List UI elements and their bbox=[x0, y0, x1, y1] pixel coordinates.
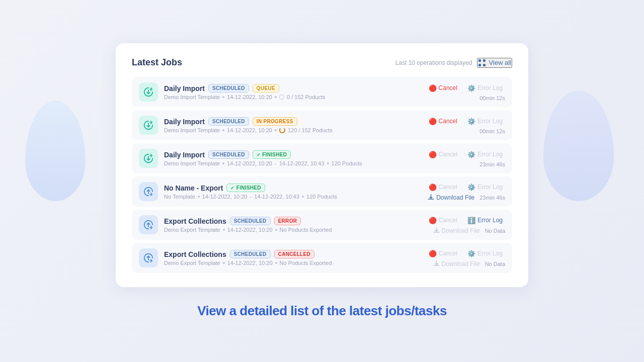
job-template: Demo Export Template bbox=[164, 227, 220, 233]
error-log-button-disabled: ⚙️ Error Log bbox=[465, 83, 505, 93]
job-name: Daily Import bbox=[164, 151, 205, 159]
job-time: 23min 46s bbox=[479, 195, 505, 201]
separator-dot bbox=[198, 196, 200, 198]
job-icon bbox=[139, 116, 158, 135]
job-progress-text: 120 / 152 Poducts bbox=[288, 127, 333, 133]
job-left: Daily Import SCHEDULED QUEUE Demo Import… bbox=[139, 82, 420, 102]
separator-dot bbox=[222, 96, 224, 98]
separator-dot2 bbox=[327, 162, 329, 164]
badge-scheduled: SCHEDULED bbox=[208, 84, 249, 93]
download-label-disabled: Download File bbox=[442, 227, 480, 234]
job-info: Export Collections SCHEDULED CANCELLED D… bbox=[164, 250, 332, 266]
download-label-disabled: Download File bbox=[442, 260, 480, 267]
job-row: Export Collections SCHEDULED CANCELLED D… bbox=[132, 243, 512, 273]
job-meta: No Template 14-12-2022, 10:20 - 14-12-20… bbox=[164, 194, 337, 200]
separator-dot2 bbox=[275, 229, 277, 231]
job-date: 14-12-2022, 10:20 bbox=[227, 227, 273, 233]
cancel-icon: 🔴 bbox=[429, 250, 437, 257]
error-log-label: Error Log bbox=[477, 217, 503, 224]
cancel-icon: 🔴 bbox=[429, 84, 437, 92]
bottom-text: View a detailed list of the latest jobs/… bbox=[197, 303, 447, 319]
badge-inprogress: IN PROGRESS bbox=[253, 117, 297, 126]
job-row: Daily Import SCHEDULED ✓ FINISHED Demo I… bbox=[132, 143, 512, 173]
cancel-button: 🔴 Cancel bbox=[426, 216, 460, 225]
job-time: 23min 46s bbox=[479, 161, 505, 167]
job-template: No Template bbox=[164, 194, 195, 200]
job-date: 14-12-2022, 10:20 bbox=[227, 94, 272, 100]
last-ops-label: Last 10 operations displayed bbox=[395, 59, 472, 66]
job-right: 🔴 Cancel ⚙️ Error Log 00min 12s bbox=[420, 83, 505, 101]
job-date: 14-12-2022, 10:20 bbox=[227, 160, 272, 166]
download-icon bbox=[428, 194, 434, 201]
cancel-icon: 🔴 bbox=[429, 151, 437, 158]
error-log-label: Error Log bbox=[477, 151, 503, 158]
job-secondary-actions: 00min 12s bbox=[479, 128, 505, 134]
job-row: Daily Import SCHEDULED IN PROGRESS Demo … bbox=[132, 110, 512, 140]
job-progress-text: No Poducts Exported bbox=[280, 260, 332, 266]
view-all-button[interactable]: View all bbox=[477, 58, 512, 68]
error-log-icon-disabled: ⚙️ bbox=[467, 250, 475, 257]
separator-dot2 bbox=[275, 262, 277, 264]
download-button-disabled: Download File bbox=[433, 260, 480, 267]
cancel-button: 🔴 Cancel bbox=[426, 249, 460, 258]
error-log-icon: ℹ️ bbox=[467, 217, 475, 224]
job-left: Daily Import SCHEDULED ✓ FINISHED Demo I… bbox=[139, 149, 420, 168]
job-template: Demo Export Template bbox=[164, 260, 220, 266]
error-log-icon-disabled: ⚙️ bbox=[467, 151, 475, 158]
job-left: Export Collections SCHEDULED ERROR Demo … bbox=[139, 215, 420, 234]
badge-scheduled: SCHEDULED bbox=[230, 250, 271, 258]
separator-dot bbox=[223, 229, 225, 231]
job-right: 🔴 Cancel ⚙️ Error Log Download File 23mi… bbox=[420, 183, 505, 201]
cancel-label: Cancel bbox=[439, 217, 457, 224]
error-log-button-disabled: ⚙️ Error Log bbox=[465, 183, 505, 192]
job-left: Daily Import SCHEDULED IN PROGRESS Demo … bbox=[139, 116, 420, 135]
job-row: Export Collections SCHEDULED ERROR Demo … bbox=[132, 210, 512, 240]
separator-dot2 bbox=[275, 129, 277, 131]
job-name: Daily Import bbox=[164, 84, 205, 93]
header-right: Last 10 operations displayed View all bbox=[395, 58, 512, 68]
job-actions: 🔴 Cancel ⚙️ Error Log bbox=[426, 183, 505, 192]
job-meta: Demo Import Template 14-12-2022, 10:20 -… bbox=[164, 160, 362, 166]
cancel-label: Cancel bbox=[439, 250, 457, 257]
job-meta: Demo Import Template 14-12-2022, 10:20 1… bbox=[164, 127, 333, 133]
job-icon bbox=[139, 248, 158, 267]
cancel-button[interactable]: 🔴 Cancel bbox=[426, 117, 460, 126]
badge-queue: QUEUE bbox=[253, 84, 279, 93]
job-date-separator: - bbox=[275, 160, 277, 166]
job-info: Export Collections SCHEDULED ERROR Demo … bbox=[164, 217, 332, 233]
download-label: Download File bbox=[436, 194, 474, 201]
cancel-button[interactable]: 🔴 Cancel bbox=[426, 83, 460, 93]
job-template: Demo Import Template bbox=[164, 127, 220, 133]
job-left: Export Collections SCHEDULED CANCELLED D… bbox=[139, 248, 420, 267]
job-name: No Name - Export bbox=[164, 184, 223, 192]
error-log-button[interactable]: ℹ️ Error Log bbox=[465, 216, 505, 225]
badge-scheduled: SCHEDULED bbox=[208, 117, 249, 126]
job-actions: 🔴 Cancel ⚙️ Error Log bbox=[426, 249, 505, 258]
cancel-label: Cancel bbox=[439, 184, 457, 191]
download-button[interactable]: Download File bbox=[428, 194, 474, 201]
job-title-row: Export Collections SCHEDULED ERROR bbox=[164, 217, 332, 225]
error-log-icon-disabled: ⚙️ bbox=[467, 84, 475, 92]
job-icon bbox=[139, 182, 158, 201]
job-time: 00min 12s bbox=[479, 95, 505, 101]
job-date-end: 14-12-2022, 10:43 bbox=[279, 160, 325, 166]
error-log-icon-disabled: ⚙️ bbox=[467, 184, 475, 191]
cancel-button: 🔴 Cancel bbox=[426, 150, 460, 159]
separator-dot2 bbox=[302, 196, 304, 198]
job-template: Demo Import Template bbox=[164, 160, 220, 166]
job-title-row: No Name - Export ✓ FINISHED bbox=[164, 184, 337, 192]
decorative-blob-left bbox=[25, 101, 86, 201]
job-left: No Name - Export ✓ FINISHED No Template … bbox=[139, 182, 420, 201]
job-date: 14-12-2022, 10:20 bbox=[202, 194, 248, 200]
svg-rect-3 bbox=[483, 64, 486, 66]
job-icon bbox=[139, 215, 158, 234]
error-log-icon-disabled: ⚙️ bbox=[467, 118, 475, 125]
job-date-end: 14-12-2022, 10:43 bbox=[254, 194, 299, 200]
badge-error: ERROR bbox=[274, 217, 301, 225]
job-info: Daily Import SCHEDULED QUEUE Demo Import… bbox=[164, 84, 325, 100]
error-log-label: Error Log bbox=[477, 118, 503, 125]
job-actions: 🔴 Cancel ⚙️ Error Log bbox=[426, 150, 505, 159]
cancel-button: 🔴 Cancel bbox=[426, 183, 460, 192]
download-button-disabled: Download File bbox=[433, 227, 480, 234]
job-secondary-actions: 23min 46s bbox=[479, 161, 505, 167]
